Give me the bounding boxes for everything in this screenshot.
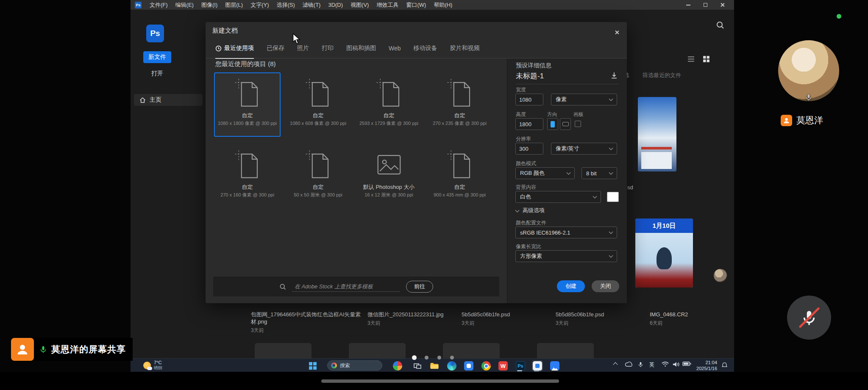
- next-row-thumbnail[interactable]: [255, 343, 312, 360]
- color-profile-select[interactable]: sRGB IEC61966-2.1: [515, 227, 617, 238]
- background-select[interactable]: 白色: [515, 191, 601, 203]
- file-explorer-button[interactable]: [429, 360, 440, 371]
- save-preset-icon[interactable]: [610, 71, 618, 80]
- recent-video-thumbnail[interactable]: 1月10日: [635, 219, 693, 288]
- recent-file-item[interactable]: IMG_0468.CR2 6天前: [650, 311, 732, 327]
- orientation-landscape-button[interactable]: [560, 118, 571, 130]
- tab-print[interactable]: 打印: [322, 39, 334, 58]
- tab-mobile[interactable]: 移动设备: [414, 39, 437, 58]
- carousel-dot[interactable]: [425, 356, 428, 360]
- edge-browser-button[interactable]: [446, 360, 457, 371]
- wifi-tray-icon[interactable]: [661, 361, 669, 367]
- tab-web[interactable]: Web: [389, 39, 401, 58]
- menu-3d[interactable]: 3D(D): [324, 0, 347, 10]
- menu-image[interactable]: 图像(I): [198, 0, 221, 10]
- menu-window[interactable]: 窗口(W): [402, 0, 430, 10]
- sidebar-item-home[interactable]: 主页: [134, 94, 203, 106]
- participant-bubble[interactable]: [713, 268, 727, 282]
- preset-card[interactable]: 自定 270 x 235 像素 @ 300 ppi: [426, 72, 493, 137]
- stock-search-input[interactable]: [292, 282, 400, 292]
- taskbar-search[interactable]: 搜索: [327, 360, 382, 371]
- tab-film-video[interactable]: 胶片和视频: [450, 39, 480, 58]
- chrome-button[interactable]: [481, 360, 492, 371]
- recent-file-thumbnail[interactable]: [638, 97, 676, 171]
- maximize-button[interactable]: [697, 0, 714, 10]
- language-indicator[interactable]: 英: [649, 361, 654, 368]
- screen-share-banner: 莫恩洋的屏幕共享: [11, 338, 133, 361]
- advanced-options-toggle[interactable]: 高级选项: [516, 207, 545, 214]
- taskbar-clock[interactable]: 21:04 2025/1/16: [696, 360, 717, 371]
- recent-file-item[interactable]: 微信图片_20250113222311.jpg 3天前: [367, 311, 473, 327]
- menu-type[interactable]: 文字(Y): [247, 0, 273, 10]
- bit-depth-select[interactable]: 8 bit: [581, 167, 617, 179]
- new-file-button[interactable]: 新文件: [143, 51, 171, 63]
- taskbar-weather-widget[interactable]: 7°C 晴朗: [143, 360, 162, 371]
- task-view-button[interactable]: [412, 360, 423, 371]
- new-document-dialog: 新建文档 最近使用项 已保存 照片 打印 图稿和插图 Web 移动设备 胶片和视…: [206, 22, 627, 303]
- menu-edit[interactable]: 编辑(E): [172, 0, 198, 10]
- recent-file-item[interactable]: 5b5d85c06b1fe.psd 3天前: [556, 311, 662, 327]
- tray-expand-button[interactable]: [614, 361, 617, 366]
- next-row-thumbnail[interactable]: [349, 343, 406, 360]
- pixel-aspect-select[interactable]: 方形像素: [515, 250, 617, 262]
- battery-tray-icon[interactable]: [682, 361, 691, 366]
- dialog-close-button[interactable]: [612, 27, 622, 37]
- carousel-dot[interactable]: [437, 356, 441, 360]
- list-view-icon[interactable]: [687, 55, 695, 63]
- menu-select[interactable]: 选择(S): [273, 0, 298, 10]
- preset-card[interactable]: 自定 1080 x 1800 像素 @ 300 ppi: [214, 72, 281, 137]
- create-button[interactable]: 创建: [557, 280, 585, 292]
- notification-center-button[interactable]: [721, 362, 728, 369]
- preset-card[interactable]: 默认 Photoshop 大小 16 x 12 厘米 @ 300 ppi: [356, 144, 422, 208]
- horizontal-scrollbar[interactable]: [321, 379, 559, 383]
- start-button[interactable]: [307, 360, 318, 371]
- tab-saved[interactable]: 已保存: [267, 39, 284, 58]
- preset-card[interactable]: 自定 270 x 160 像素 @ 300 ppi: [214, 144, 281, 208]
- next-row-thumbnail[interactable]: [537, 343, 594, 360]
- background-color-swatch[interactable]: [607, 192, 619, 202]
- menu-layer[interactable]: 图层(L): [221, 0, 247, 10]
- document-name-field[interactable]: 未标题-1: [516, 71, 544, 81]
- search-icon[interactable]: [716, 21, 724, 29]
- mic-tray-icon[interactable]: [637, 361, 644, 368]
- pixel-aspect-label: 像素长宽比: [516, 243, 541, 250]
- onedrive-tray-icon[interactable]: [625, 361, 633, 367]
- orientation-portrait-button[interactable]: [547, 118, 558, 130]
- resolution-input[interactable]: [515, 143, 543, 155]
- preset-card[interactable]: 自定 2593 x 1729 像素 @ 300 ppi: [356, 72, 422, 137]
- dialog-close-action-button[interactable]: 关闭: [592, 280, 619, 292]
- menu-help[interactable]: 帮助(H): [430, 0, 456, 10]
- preset-card[interactable]: 自定 900 x 435 mm @ 300 ppi: [426, 144, 493, 208]
- open-button[interactable]: 打开: [143, 68, 171, 79]
- app-icon-pinwheel[interactable]: [392, 360, 403, 371]
- artboard-checkbox[interactable]: [575, 121, 581, 127]
- menu-file[interactable]: 文件(F): [146, 0, 172, 10]
- carousel-dot-active[interactable]: [412, 355, 417, 360]
- app-icon-blue[interactable]: [463, 360, 474, 371]
- menu-view[interactable]: 视图(V): [347, 0, 373, 10]
- carousel-dot[interactable]: [450, 356, 454, 360]
- webcam-avatar[interactable]: [778, 40, 839, 101]
- minimize-button[interactable]: [680, 0, 697, 10]
- preset-card[interactable]: 自定 1080 x 608 像素 @ 300 ppi: [285, 72, 351, 137]
- menu-plugins[interactable]: 增效工具: [373, 0, 402, 10]
- divider: [516, 84, 619, 84]
- wps-button[interactable]: W: [498, 360, 509, 371]
- height-input[interactable]: [515, 118, 543, 130]
- stock-go-button[interactable]: 前往: [406, 281, 433, 293]
- resolution-unit-select[interactable]: 像素/英寸: [551, 143, 617, 155]
- width-input[interactable]: [515, 94, 543, 105]
- width-unit-select[interactable]: 像素: [551, 94, 617, 105]
- photos-app-button[interactable]: [549, 360, 560, 371]
- close-button[interactable]: [714, 0, 731, 10]
- tab-art[interactable]: 图稿和插图: [346, 39, 376, 58]
- recent-file-item[interactable]: 5b5d85c06b1fe.psd 3天前: [462, 311, 568, 327]
- color-mode-select[interactable]: RGB 颜色: [515, 167, 575, 179]
- tab-recent[interactable]: 最近使用项: [215, 39, 254, 58]
- menu-filter[interactable]: 滤镜(T): [299, 0, 325, 10]
- preset-card[interactable]: 自定 50 x 50 厘米 @ 300 ppi: [285, 144, 351, 208]
- mute-button[interactable]: [787, 296, 831, 340]
- volume-tray-icon[interactable]: [672, 361, 680, 368]
- grid-view-icon[interactable]: [702, 55, 710, 63]
- recent-file-item[interactable]: 包图网_17964665中式装饰红色边框AI矢量素材.png 3天前: [251, 311, 362, 334]
